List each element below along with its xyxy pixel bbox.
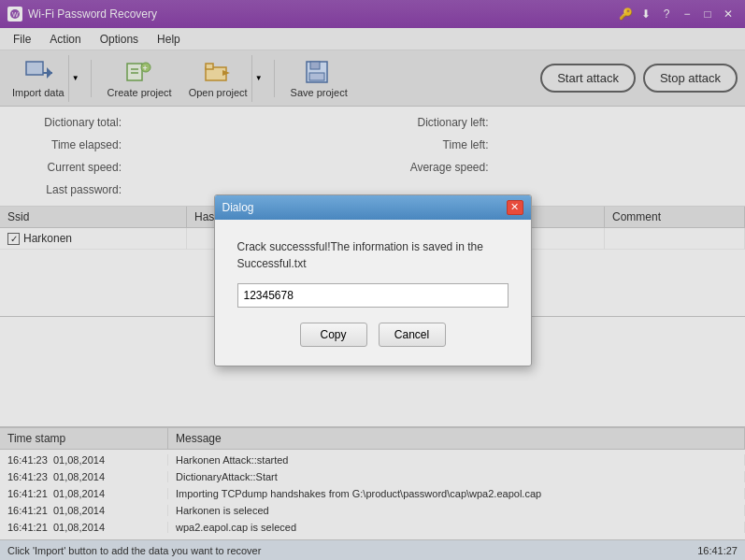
dialog-title-bar: Dialog ✕ (215, 195, 531, 220)
dialog-value-input[interactable] (237, 283, 509, 308)
dialog-message: Crack successsful!The information is sav… (237, 238, 509, 272)
dialog-buttons: Copy Cancel (237, 323, 509, 347)
dialog-content: Crack successsful!The information is sav… (215, 220, 531, 366)
dialog-copy-button[interactable]: Copy (300, 323, 367, 347)
dialog-box: Dialog ✕ Crack successsful!The informati… (214, 194, 532, 366)
dialog-close-button[interactable]: ✕ (507, 200, 523, 215)
dialog-cancel-button[interactable]: Cancel (379, 323, 446, 347)
dialog-title: Dialog (222, 201, 507, 214)
dialog-overlay: Dialog ✕ Crack successsful!The informati… (0, 0, 745, 560)
